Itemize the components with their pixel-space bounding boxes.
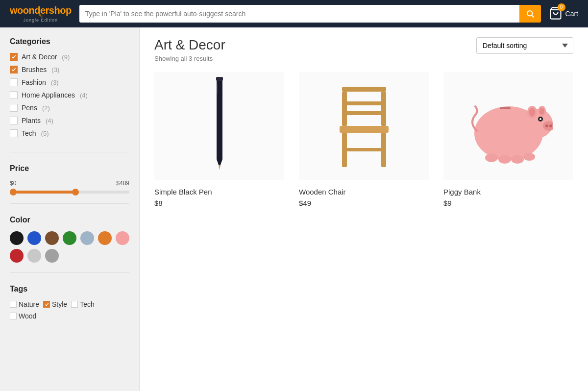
- price-slider-thumb-left[interactable]: [10, 189, 17, 196]
- category-count-fashion: (3): [51, 79, 59, 86]
- tag-item-tech[interactable]: Tech: [71, 300, 95, 308]
- tag-label-style: Style: [52, 300, 67, 308]
- tag-checkbox-nature[interactable]: [10, 301, 17, 308]
- color-swatch-gray[interactable]: [45, 249, 59, 263]
- category-item-plants[interactable]: Plants (4): [10, 117, 129, 124]
- tag-label-nature: Nature: [19, 300, 39, 308]
- svg-rect-12: [342, 111, 386, 115]
- logo[interactable]: woondershop ∿ Jungle Edition: [10, 5, 72, 23]
- svg-rect-10: [381, 92, 386, 126]
- tag-label-tech: Tech: [80, 300, 95, 308]
- svg-point-25: [549, 124, 552, 127]
- color-swatch-light-blue-gray[interactable]: [80, 231, 94, 245]
- cart-icon-wrap: 0: [549, 6, 563, 22]
- tag-row-2: Wood: [10, 312, 129, 320]
- svg-point-24: [545, 124, 548, 127]
- svg-rect-13: [340, 126, 389, 133]
- svg-marker-7: [219, 165, 220, 170]
- tag-checkbox-wood[interactable]: [10, 313, 17, 319]
- header: woondershop ∿ Jungle Edition 0 Cart: [0, 0, 588, 27]
- category-checkbox-tech[interactable]: [10, 129, 18, 137]
- category-label-pens: Pens: [22, 104, 37, 112]
- categories-title: Categories: [10, 37, 129, 46]
- product-card-chair[interactable]: Wooden Chair $49: [299, 72, 429, 207]
- tag-row-1: Nature Style Tech: [10, 300, 129, 308]
- category-item-pens[interactable]: Pens (2): [10, 104, 129, 112]
- price-range-labels: $0 $489: [10, 180, 129, 187]
- tag-checkbox-tech[interactable]: [71, 301, 78, 308]
- product-price-pen: $8: [154, 199, 284, 207]
- logo-smile: ∿: [38, 14, 43, 17]
- category-checkbox-home-appliances[interactable]: [10, 91, 18, 99]
- product-price-chair: $49: [299, 199, 429, 207]
- search-icon: [526, 9, 535, 18]
- svg-point-27: [539, 118, 541, 120]
- tag-item-style[interactable]: Style: [43, 300, 67, 308]
- category-checkbox-art-decor[interactable]: [10, 53, 18, 61]
- price-slider-thumb-right[interactable]: [72, 189, 79, 196]
- categories-section: Categories Art & Decor (9) Brushes (3) F…: [10, 37, 129, 152]
- category-label-fashion: Fashion: [22, 78, 46, 86]
- color-swatch-pink[interactable]: [116, 231, 129, 245]
- results-count: Showing all 3 results: [154, 55, 225, 62]
- category-item-tech[interactable]: Tech (5): [10, 129, 129, 137]
- color-swatch-black[interactable]: [10, 231, 24, 245]
- category-label-tech: Tech: [22, 129, 36, 137]
- svg-rect-11: [342, 101, 386, 105]
- color-swatch-light-gray[interactable]: [27, 249, 41, 263]
- svg-point-31: [511, 155, 524, 164]
- category-count-tech: (5): [41, 130, 49, 137]
- color-swatch-blue[interactable]: [27, 231, 41, 245]
- category-label-home-appliances: Home Appliances: [22, 91, 75, 99]
- search-button[interactable]: [519, 5, 541, 23]
- logo-sub: Jungle Edition: [24, 18, 58, 23]
- tag-item-wood[interactable]: Wood: [10, 312, 36, 320]
- main-layout: Categories Art & Decor (9) Brushes (3) F…: [0, 27, 588, 391]
- color-grid: [10, 231, 129, 263]
- tags-title: Tags: [10, 285, 129, 293]
- page-title: Art & Decor: [154, 37, 225, 53]
- svg-point-30: [498, 155, 511, 164]
- color-swatch-green[interactable]: [63, 231, 76, 245]
- price-section: Price $0 $489: [10, 164, 129, 204]
- svg-point-22: [539, 108, 544, 115]
- color-swatch-brown[interactable]: [45, 231, 59, 245]
- category-checkbox-plants[interactable]: [10, 117, 18, 124]
- pen-illustration: [212, 77, 227, 175]
- svg-point-20: [529, 108, 535, 117]
- svg-rect-9: [342, 92, 347, 126]
- search-input[interactable]: [79, 5, 519, 23]
- product-image-piggy: [443, 72, 573, 180]
- cart-badge: 0: [558, 3, 565, 11]
- category-item-fashion[interactable]: Fashion (3): [10, 78, 129, 86]
- category-count-plants: (4): [46, 117, 53, 124]
- category-checkbox-fashion[interactable]: [10, 78, 18, 86]
- category-count-brushes: (3): [51, 66, 59, 73]
- color-swatch-red[interactable]: [10, 249, 24, 263]
- sidebar: Categories Art & Decor (9) Brushes (3) F…: [0, 27, 140, 391]
- category-item-art-decor[interactable]: Art & Decor (9): [10, 53, 129, 61]
- tag-checkbox-style[interactable]: [43, 301, 50, 308]
- search-bar: [79, 5, 541, 23]
- cart-area[interactable]: 0 Cart: [549, 6, 578, 22]
- cart-label: Cart: [565, 10, 578, 18]
- category-checkbox-pens[interactable]: [10, 104, 18, 112]
- svg-line-1: [532, 15, 534, 17]
- svg-rect-16: [342, 148, 386, 151]
- category-checkbox-brushes[interactable]: [10, 66, 18, 73]
- piggy-illustration: [465, 87, 553, 165]
- svg-rect-5: [217, 84, 218, 94]
- category-item-home-appliances[interactable]: Home Appliances (4): [10, 91, 129, 99]
- tags-section: Tags Nature Style Tech: [10, 285, 129, 334]
- color-swatch-orange[interactable]: [98, 231, 112, 245]
- product-name-chair: Wooden Chair: [299, 188, 429, 196]
- price-slider-track[interactable]: [10, 191, 129, 194]
- sort-select[interactable]: Default sorting Sort by popularity Sort …: [476, 37, 573, 54]
- category-label-plants: Plants: [22, 117, 41, 124]
- product-card-pen[interactable]: Simple Black Pen $8: [154, 72, 284, 207]
- product-card-piggy[interactable]: Piggy Bank $9: [443, 72, 573, 207]
- category-item-brushes[interactable]: Brushes (3): [10, 66, 129, 73]
- tag-item-nature[interactable]: Nature: [10, 300, 39, 308]
- tag-label-wood: Wood: [19, 312, 36, 320]
- category-count-pens: (2): [42, 104, 50, 112]
